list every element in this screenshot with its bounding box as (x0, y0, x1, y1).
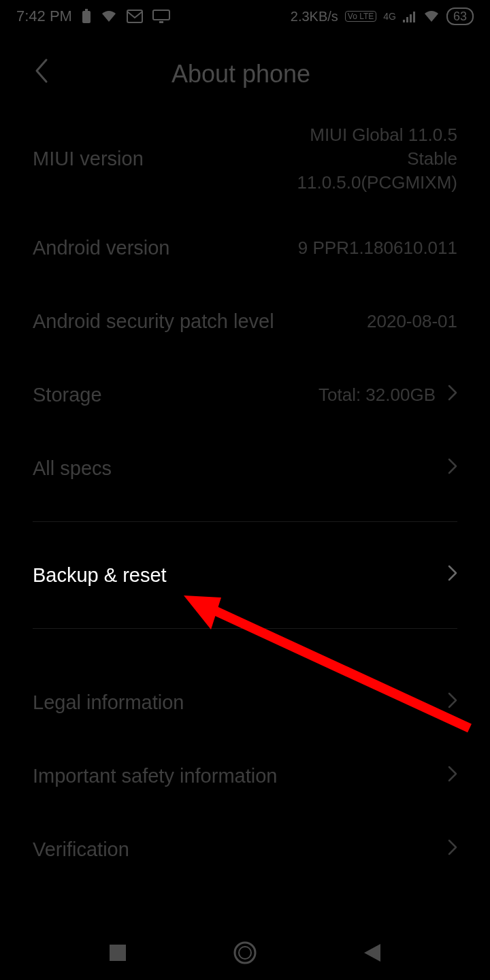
status-bar: 7:42 PM 2.3KB/s Vo LTE 4G 63 (0, 0, 490, 33)
row-right: MIUI Global 11.0.5 Stable 11.0.5.0(PCGMI… (297, 123, 457, 195)
svg-marker-14 (364, 944, 380, 962)
page-header: About phone (0, 33, 490, 107)
svg-point-13 (239, 947, 251, 959)
svg-rect-3 (153, 10, 169, 20)
row-right (448, 838, 457, 860)
row-android-version[interactable]: Android version 9 PPR1.180610.011 (33, 211, 457, 284)
divider (33, 628, 457, 629)
status-right: 2.3KB/s Vo LTE 4G 63 (291, 7, 474, 25)
row-label: Legal information (33, 691, 184, 714)
chevron-right-icon (448, 838, 457, 860)
chevron-right-icon (448, 691, 457, 713)
signal-4g: 4G (383, 11, 396, 22)
net-speed: 2.3KB/s (291, 9, 338, 24)
row-label: Verification (33, 838, 129, 861)
row-all-specs[interactable]: All specs (33, 431, 457, 505)
row-label: Important safety information (33, 765, 277, 787)
row-label: MIUI version (33, 148, 144, 170)
back-button[interactable] (33, 57, 49, 91)
status-left: 7:42 PM (16, 7, 170, 25)
row-verification[interactable]: Verification (33, 813, 457, 886)
row-right: 2020-08-01 (367, 310, 457, 333)
nav-home-button[interactable] (225, 932, 265, 973)
row-safety-information[interactable]: Important safety information (33, 739, 457, 813)
row-security-patch[interactable]: Android security patch level 2020-08-01 (33, 284, 457, 358)
row-label: All specs (33, 457, 112, 480)
chevron-right-icon (448, 384, 457, 406)
svg-rect-4 (159, 21, 163, 23)
row-value: 9 PPR1.180610.011 (298, 236, 457, 260)
row-legal-information[interactable]: Legal information (33, 666, 457, 739)
svg-rect-5 (403, 20, 405, 22)
row-right: Total: 32.00GB (318, 383, 457, 407)
page-title: About phone (49, 60, 433, 88)
row-value: MIUI Global 11.0.5 Stable 11.0.5.0(PCGMI… (297, 123, 457, 195)
chevron-right-icon (448, 564, 457, 586)
svg-rect-0 (82, 11, 91, 23)
signal-bars-icon (403, 10, 416, 22)
row-right: 9 PPR1.180610.011 (298, 236, 457, 260)
row-right (448, 691, 457, 713)
row-storage[interactable]: Storage Total: 32.00GB (33, 358, 457, 431)
svg-rect-7 (410, 14, 412, 22)
settings-list: MIUI version MIUI Global 11.0.5 Stable 1… (0, 107, 490, 886)
chevron-right-icon (448, 765, 457, 787)
svg-rect-6 (406, 17, 408, 22)
volte-badge: Vo LTE (345, 11, 376, 22)
row-backup-reset[interactable]: Backup & reset (33, 538, 457, 612)
row-right (448, 765, 457, 787)
nav-back-button[interactable] (352, 932, 393, 973)
row-label: Storage (33, 384, 102, 406)
row-right (448, 457, 457, 479)
nav-bar (0, 926, 490, 980)
svg-rect-1 (85, 9, 88, 11)
row-miui-version[interactable]: MIUI version MIUI Global 11.0.5 Stable 1… (33, 107, 457, 211)
screen-icon (152, 10, 170, 23)
row-right (448, 564, 457, 586)
chevron-right-icon (448, 457, 457, 479)
row-value: 2020-08-01 (367, 310, 457, 333)
row-value: Total: 32.00GB (318, 383, 436, 407)
svg-rect-2 (127, 10, 142, 22)
status-time: 7:42 PM (16, 7, 72, 25)
row-label: Android version (33, 237, 170, 259)
row-label: Android security patch level (33, 310, 274, 333)
row-label: Backup & reset (33, 564, 167, 587)
nav-recents-button[interactable] (97, 932, 138, 973)
battery-icon (82, 9, 91, 24)
wifi-icon-2 (423, 10, 440, 23)
battery-pct-badge: 63 (446, 7, 474, 25)
svg-rect-11 (110, 945, 126, 961)
svg-point-12 (235, 943, 255, 963)
wifi-icon (101, 10, 117, 23)
svg-rect-8 (413, 12, 415, 22)
mail-icon (127, 10, 143, 23)
divider (33, 521, 457, 522)
